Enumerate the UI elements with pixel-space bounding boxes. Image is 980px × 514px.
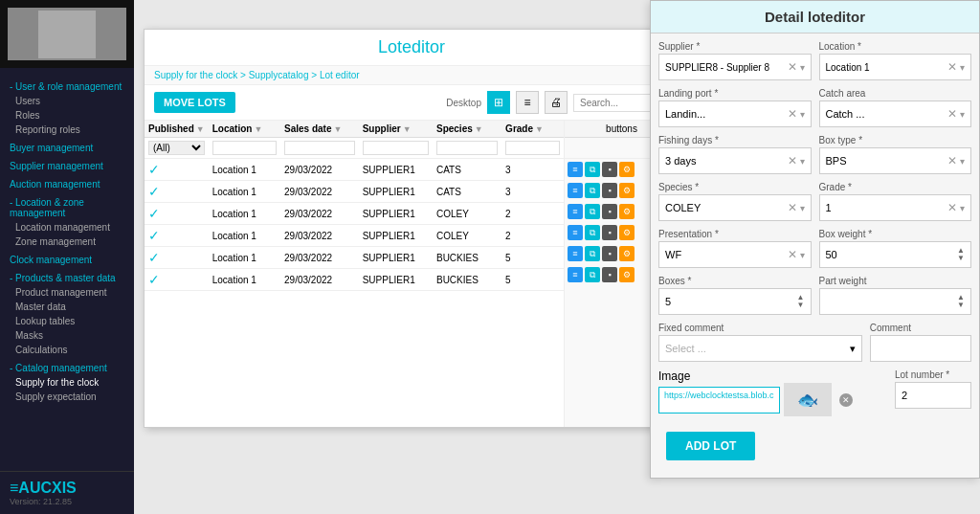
edit-icon[interactable]: ≡ — [568, 225, 583, 240]
species-filter[interactable] — [436, 141, 498, 155]
fishing-days-clear-icon[interactable]: ✕ — [788, 154, 797, 168]
fishing-days-input[interactable]: 3 days ✕ ▾ — [658, 147, 812, 174]
sidebar-section-buyer[interactable]: Buyer management — [0, 137, 134, 155]
edit-icon[interactable]: ≡ — [568, 204, 583, 219]
location-filter[interactable] — [212, 141, 277, 155]
sidebar-item-calculations[interactable]: Calculations — [0, 343, 134, 357]
settings-icon[interactable]: ⚙ — [619, 204, 635, 219]
decrement-icon[interactable]: ▼ — [797, 302, 805, 309]
sidebar-section-products[interactable]: - Products & master data — [0, 267, 134, 285]
part-weight-spinner[interactable]: ▲ ▼ — [957, 294, 965, 309]
add-lot-button-main[interactable]: ADD LOT — [666, 432, 755, 460]
boxes-spinner[interactable]: ▲ ▼ — [797, 294, 805, 309]
copy-icon[interactable]: ⧉ — [585, 267, 600, 282]
dark-icon[interactable]: ▪ — [602, 204, 617, 219]
supplier-filter-icon[interactable]: ▼ — [403, 124, 412, 134]
copy-icon[interactable]: ⧉ — [585, 204, 600, 219]
box-weight-input[interactable]: 50 ▲ ▼ — [819, 241, 972, 268]
table-row[interactable]: ✓ Location 1 29/03/2022 SUPPLIER1 CATS 3 — [145, 181, 564, 203]
box-type-input[interactable]: BPS ✕ ▾ — [819, 147, 972, 174]
presentation-input[interactable]: WF ✕ ▾ — [658, 241, 812, 268]
loteditor-breadcrumb[interactable]: Supply for the clock > Supplycatalog > L… — [145, 66, 679, 85]
published-filter[interactable]: (All) — [148, 141, 205, 155]
table-row[interactable]: ✓ Location 1 29/03/2022 SUPPLIER1 BUCKIE… — [145, 269, 564, 291]
sidebar-section-location[interactable]: - Location & zone management — [0, 191, 134, 220]
dark-icon[interactable]: ▪ — [602, 267, 617, 282]
lot-number-input[interactable]: 2 — [895, 382, 971, 409]
settings-icon[interactable]: ⚙ — [619, 225, 635, 240]
grade-input[interactable]: 1 ✕ ▾ — [819, 194, 972, 221]
grade-clear-icon[interactable]: ✕ — [947, 201, 957, 214]
table-row[interactable]: ✓ Location 1 29/03/2022 SUPPLIER1 COLEY … — [145, 225, 564, 247]
sidebar-section-clock[interactable]: Clock management — [0, 249, 134, 267]
catch-area-clear-icon[interactable]: ✕ — [947, 107, 957, 121]
sidebar-item-supply-expectation[interactable]: Supply expectation — [0, 390, 134, 404]
dark-icon[interactable]: ▪ — [602, 246, 617, 261]
location-input[interactable]: Location 1 ✕ ▾ — [819, 54, 972, 80]
sidebar-item-product-mgmt[interactable]: Product management — [0, 285, 134, 300]
settings-icon[interactable]: ⚙ — [619, 162, 635, 177]
sidebar-section-auction[interactable]: Auction management — [0, 173, 134, 191]
sidebar-section-user-role[interactable]: - User & role management — [0, 76, 134, 94]
grid-view-button[interactable]: ⊞ — [487, 91, 510, 114]
image-remove-icon[interactable]: ✕ — [839, 393, 853, 407]
settings-icon[interactable]: ⚙ — [619, 267, 635, 282]
decrement-icon[interactable]: ▼ — [957, 255, 965, 262]
species-input[interactable]: COLEY ✕ ▾ — [658, 194, 812, 221]
sidebar-item-masks[interactable]: Masks — [0, 328, 134, 343]
species-clear-icon[interactable]: ✕ — [788, 201, 797, 214]
edit-icon[interactable]: ≡ — [568, 246, 583, 261]
fixed-comment-select[interactable]: Select ... ▾ — [658, 335, 862, 362]
grade-filter[interactable] — [505, 141, 560, 155]
grade-filter-icon[interactable]: ▼ — [535, 124, 544, 134]
decrement-icon[interactable]: ▼ — [957, 302, 965, 309]
box-weight-spinner[interactable]: ▲ ▼ — [957, 247, 965, 262]
sidebar-item-reporting-roles[interactable]: Reporting roles — [0, 123, 134, 137]
table-row[interactable]: ✓ Location 1 29/03/2022 SUPPLIER1 CATS 3 — [145, 159, 564, 181]
comment-input[interactable] — [870, 335, 971, 362]
presentation-clear-icon[interactable]: ✕ — [788, 248, 797, 261]
copy-icon[interactable]: ⧉ — [585, 225, 600, 240]
location-filter-icon[interactable]: ▼ — [254, 124, 262, 134]
copy-icon[interactable]: ⧉ — [585, 183, 600, 198]
copy-icon[interactable]: ⧉ — [585, 246, 600, 261]
landing-port-clear-icon[interactable]: ✕ — [788, 107, 797, 121]
sidebar-section-supplier[interactable]: Supplier management — [0, 155, 134, 173]
edit-icon[interactable]: ≡ — [568, 183, 583, 198]
table-row[interactable]: ✓ Location 1 29/03/2022 SUPPLIER1 BUCKIE… — [145, 247, 564, 269]
boxes-input[interactable]: 5 ▲ ▼ — [658, 288, 812, 315]
location-clear-icon[interactable]: ✕ — [947, 60, 957, 74]
list-view-button[interactable]: ≡ — [516, 91, 539, 114]
dark-icon[interactable]: ▪ — [602, 183, 617, 198]
supplier-clear-icon[interactable]: ✕ — [788, 60, 797, 74]
edit-icon[interactable]: ≡ — [568, 267, 583, 282]
sidebar-item-location-mgmt[interactable]: Location management — [0, 220, 134, 235]
salesdate-filter[interactable] — [284, 141, 355, 155]
move-lots-button[interactable]: MOVE LOTS — [154, 92, 235, 113]
dark-icon[interactable]: ▪ — [602, 162, 617, 177]
sidebar-item-master-data[interactable]: Master data — [0, 300, 134, 314]
sidebar-section-catalog[interactable]: - Catalog management — [0, 357, 134, 375]
sidebar-item-supply-clock[interactable]: Supply for the clock — [0, 375, 134, 390]
image-url-box[interactable]: https://webclocktestsa.blob.c — [658, 387, 780, 413]
species-filter-icon[interactable]: ▼ — [475, 124, 483, 134]
edit-icon[interactable]: ≡ — [568, 162, 583, 177]
table-row[interactable]: ✓ Location 1 29/03/2022 SUPPLIER1 COLEY … — [145, 203, 564, 225]
copy-icon[interactable]: ⧉ — [585, 162, 600, 177]
sidebar-item-lookup[interactable]: Lookup tables — [0, 314, 134, 328]
dark-icon[interactable]: ▪ — [602, 225, 617, 240]
part-weight-input[interactable]: ▲ ▼ — [819, 288, 972, 315]
salesdate-filter-icon[interactable]: ▼ — [334, 124, 343, 134]
supplier-filter[interactable] — [363, 141, 429, 155]
catch-area-input[interactable]: Catch ... ✕ ▾ — [819, 101, 972, 127]
sidebar-item-roles[interactable]: Roles — [0, 108, 134, 123]
print-button[interactable]: 🖨 — [545, 91, 568, 114]
landing-port-input[interactable]: Landin... ✕ ▾ — [658, 101, 812, 127]
published-filter-icon[interactable]: ▼ — [196, 124, 205, 134]
supplier-input[interactable]: SUPPLIER8 - Supplier 8 ✕ ▾ — [658, 54, 812, 80]
box-type-clear-icon[interactable]: ✕ — [947, 154, 957, 168]
sidebar-item-zone-mgmt[interactable]: Zone management — [0, 235, 134, 249]
settings-icon[interactable]: ⚙ — [619, 246, 635, 261]
settings-icon[interactable]: ⚙ — [619, 183, 635, 198]
sidebar-item-users[interactable]: Users — [0, 94, 134, 108]
